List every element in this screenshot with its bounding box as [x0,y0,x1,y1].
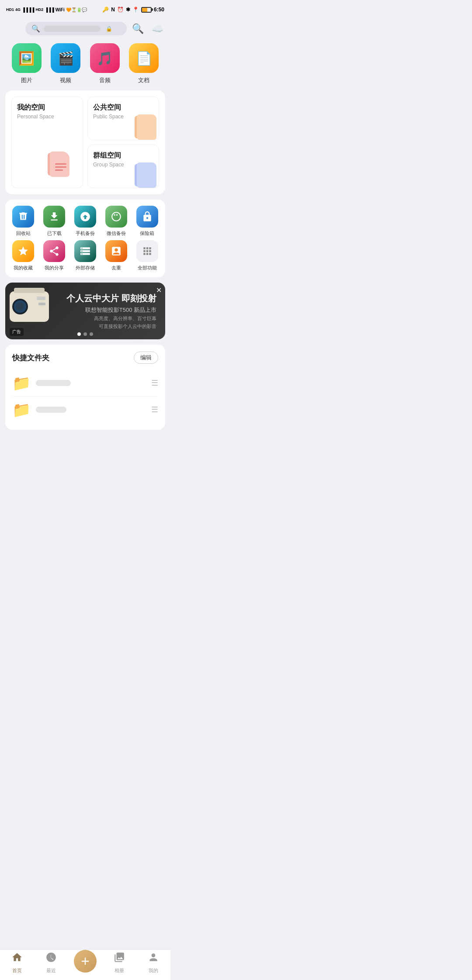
fav-icon [12,240,34,262]
public-space-illustration [135,111,159,140]
status-signal: ▐▐▐▐ [22,7,34,12]
download-icon [43,206,65,228]
share-label: 我的分享 [45,265,64,271]
status-hd1: HD1 [6,7,14,12]
spaces-section: 我的空间 Personal Space 公共空间 Public Space [5,90,165,194]
banner-content: 个人云中大片 即刻投射 联想智能投影T500 新品上市 高亮度、高分辨率、百寸巨… [66,283,156,339]
media-categories: 🖼️ 图片 🎬 视频 🎵 音频 📄 文档 [0,40,170,90]
group-space-card[interactable]: 群组空间 Group Space [87,145,159,188]
folder-name-1-blurred [36,380,71,386]
quick-folders-section: 快捷文件夹 编辑 📁 ☰ 📁 ☰ [5,345,165,430]
status-right: 🔑 N ⏰ ✱ 📍 6:50 [102,7,164,13]
personal-space-card[interactable]: 我的空间 Personal Space [11,97,83,188]
photos-icon: 🖼️ [12,43,42,73]
banner-close-button[interactable]: ✕ [156,286,162,294]
dedup-icon [105,240,127,262]
status-signal2: ▐▐▐ [45,7,54,12]
tool-share[interactable]: 我的分享 [40,240,69,271]
backup-icon [74,206,96,228]
status-bluetooth-icon: ✱ [126,7,130,13]
search-button[interactable]: 🔍 [132,23,144,35]
folders-header: 快捷文件夹 编辑 [12,352,158,364]
storage-icon [74,240,96,262]
status-location-icon: 📍 [132,7,139,13]
tools-section: 回收站 已下载 手机备份 [5,200,165,277]
status-nfc-icon: N [111,7,115,13]
private-icon: 🔒 [106,26,112,32]
banner-dot-3[interactable] [90,332,93,336]
folder-item-1[interactable]: 📁 ☰ [12,370,158,397]
fav-label: 我的收藏 [14,265,33,271]
status-wifi: WiFi [56,7,65,12]
audio-icon: 🎵 [90,43,120,73]
search-text-blurred [44,26,101,32]
tools-grid: 回收站 已下载 手机备份 [9,206,162,271]
header-action-icons: 🔍 ☁️ [132,23,163,35]
folder-handle-1: ☰ [151,378,158,388]
dedup-label: 去重 [111,265,121,271]
wechat-label: 微信备份 [107,230,126,237]
search-bar[interactable]: 🔍 🔒 [25,22,127,35]
header: 🔍 🔒 🔍 ☁️ [0,19,170,40]
audio-label: 音频 [99,76,111,84]
doc-label: 文档 [138,76,149,84]
public-space-card[interactable]: 公共空间 Public Space [87,97,159,140]
tool-download[interactable]: 已下载 [40,206,69,237]
search-icon: 🔍 [31,24,40,33]
edit-folders-button[interactable]: 编辑 [134,352,158,364]
personal-space-subtitle: Personal Space [17,114,77,120]
folder-icon-2: 📁 [12,401,31,418]
folder-handle-2: ☰ [151,405,158,414]
video-icon: 🎬 [51,43,80,73]
photos-label: 图片 [21,76,32,84]
status-left: HD1 4G ▐▐▐▐ HD2 ▐▐▐ WiFi 🧡⏳🔋💬 [6,7,87,12]
banner-subtitle: 联想智能投影T500 新品上市 [66,306,156,314]
status-bar: HD1 4G ▐▐▐▐ HD2 ▐▐▐ WiFi 🧡⏳🔋💬 🔑 N ⏰ ✱ 📍 … [0,0,170,19]
folder-icon-1: 📁 [12,374,31,392]
status-4g: 4G [15,7,21,12]
folders-title: 快捷文件夹 [12,353,49,363]
tool-all[interactable]: 全部功能 [132,240,162,271]
wechat-icon [105,206,127,228]
tool-dedup[interactable]: 去重 [101,240,131,271]
banner-section[interactable]: 个人云中大片 即刻投射 联想智能投影T500 新品上市 高亮度、高分辨率、百寸巨… [5,283,165,339]
group-space-illustration [135,159,159,188]
group-space-title: 群组空间 [93,151,153,160]
banner-title: 个人云中大片 即刻投射 [66,293,156,304]
tool-safe[interactable]: 保险箱 [132,206,162,237]
upload-button[interactable]: ☁️ [152,23,163,35]
tool-storage[interactable]: 外部存储 [71,240,100,271]
tool-fav[interactable]: 我的收藏 [9,240,38,271]
status-time: 6:50 [154,7,164,13]
tool-wechat[interactable]: 微信备份 [101,206,131,237]
media-item-doc[interactable]: 📄 文档 [129,43,159,84]
backup-label: 手机备份 [76,230,95,237]
storage-label: 外部存储 [76,265,95,271]
status-icons: 🧡⏳🔋💬 [66,7,87,12]
folder-item-2[interactable]: 📁 ☰ [12,397,158,423]
status-hd2: HD2 [35,7,43,12]
banner-pagination [77,332,93,336]
all-label: 全部功能 [138,265,157,271]
banner-ad-label: 广告 [10,328,24,336]
tool-backup[interactable]: 手机备份 [71,206,100,237]
doc-icon: 📄 [129,43,159,73]
media-item-photos[interactable]: 🖼️ 图片 [12,43,42,84]
all-icon [136,240,158,262]
status-key-icon: 🔑 [102,7,109,13]
banner-dot-2[interactable] [83,332,87,336]
banner-dot-1[interactable] [77,332,81,336]
banner-desc2: 可直接投影个人云中的影音 [66,323,156,330]
tool-recycle[interactable]: 回收站 [9,206,38,237]
battery-icon [141,7,152,13]
banner-desc1: 高亮度、高分辨率、百寸巨幕 [66,315,156,322]
personal-space-illustration [48,148,83,188]
safe-label: 保险箱 [140,230,154,237]
media-item-video[interactable]: 🎬 视频 [51,43,80,84]
media-item-audio[interactable]: 🎵 音频 [90,43,120,84]
recycle-label: 回收站 [16,230,31,237]
personal-space-title: 我的空间 [17,103,77,112]
share-icon [43,240,65,262]
download-label: 已下载 [47,230,62,237]
video-label: 视频 [60,76,71,84]
